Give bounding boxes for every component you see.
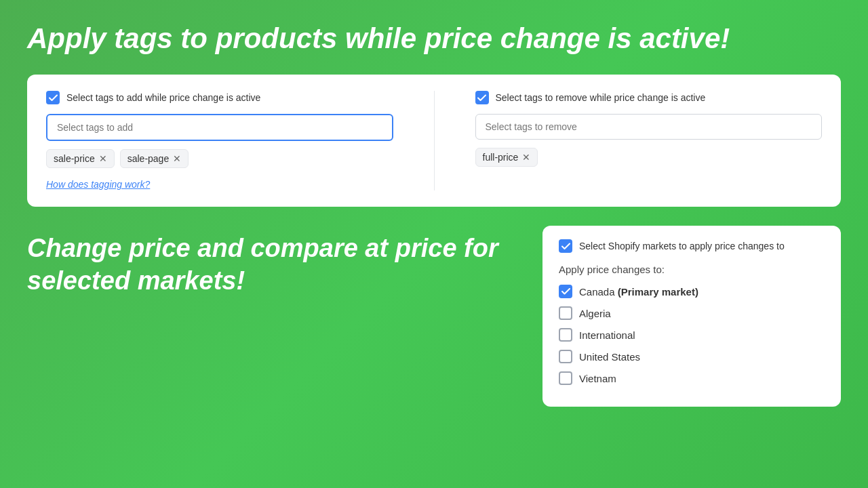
markets-checkbox[interactable] [559,239,572,253]
checkmark-icon-2 [477,94,486,102]
market-item-us: United States [559,350,825,363]
tag-chip-sale-price-remove[interactable]: ✕ [99,154,107,163]
markets-checkbox-label: Select Shopify markets to apply price ch… [579,241,785,251]
add-tags-label: Select tags to add while price change is… [66,92,260,103]
bottom-title: Change price and compare at price for se… [27,232,515,297]
market-item-canada: Canada (Primary market) [559,285,825,298]
market-item-vietnam: Vietnam [559,371,825,385]
remove-tags-section: Select tags to remove while price change… [475,91,823,190]
bottom-title-area: Change price and compare at price for se… [27,226,515,297]
market-algeria-checkbox[interactable] [559,306,572,320]
tag-chip-sale-price: sale-price ✕ [46,149,115,168]
markets-header: Select Shopify markets to apply price ch… [559,239,825,253]
remove-tags-checkbox-row: Select tags to remove while price change… [475,91,823,104]
main-title: Apply tags to products while price chang… [27,22,841,56]
market-algeria-name: Algeria [579,308,611,319]
add-tags-checkbox-row: Select tags to add while price change is… [46,91,393,104]
add-tags-chips: sale-price ✕ sale-page ✕ [46,149,393,168]
market-vietnam-name: Vietnam [579,373,616,384]
remove-tags-input[interactable] [475,114,823,140]
checkmark-icon [49,94,58,102]
help-link[interactable]: How does tagging work? [46,179,150,190]
market-international-checkbox[interactable] [559,328,572,342]
tag-chip-full-price-remove[interactable]: ✕ [522,152,530,162]
remove-tags-label: Select tags to remove while price change… [496,92,706,103]
remove-tags-checkbox[interactable] [475,91,489,104]
add-tags-section: Select tags to add while price change is… [46,91,393,190]
tag-chip-sale-price-label: sale-price [54,153,95,164]
market-us-name: United States [579,351,640,363]
market-vietnam-checkbox[interactable] [559,371,572,385]
bottom-section: Change price and compare at price for se… [27,226,841,407]
market-us-checkbox[interactable] [559,350,572,363]
add-tags-input[interactable] [46,114,393,141]
add-tags-checkbox[interactable] [46,91,60,104]
market-item-algeria: Algeria [559,306,825,320]
market-item-international: International [559,328,825,342]
market-canada-suffix: (Primary market) [618,286,698,298]
tag-chip-full-price: full-price ✕ [475,148,538,167]
apply-label: Apply price changes to: [559,264,825,275]
top-card: Select tags to add while price change is… [27,75,841,207]
markets-card: Select Shopify markets to apply price ch… [542,226,841,407]
market-international-name: International [579,329,635,341]
tag-chip-sale-page-remove[interactable]: ✕ [173,154,181,163]
tag-chip-full-price-label: full-price [483,152,519,163]
checkmark-icon-3 [561,242,570,251]
market-canada-checkbox[interactable] [559,285,572,298]
remove-tags-chips: full-price ✕ [475,148,823,167]
vertical-divider [434,91,435,190]
market-canada-name: Canada (Primary market) [579,286,698,298]
checkmark-icon-canada [561,288,570,295]
tag-chip-sale-page: sale-page ✕ [120,149,189,168]
tag-chip-sale-page-label: sale-page [127,153,170,164]
